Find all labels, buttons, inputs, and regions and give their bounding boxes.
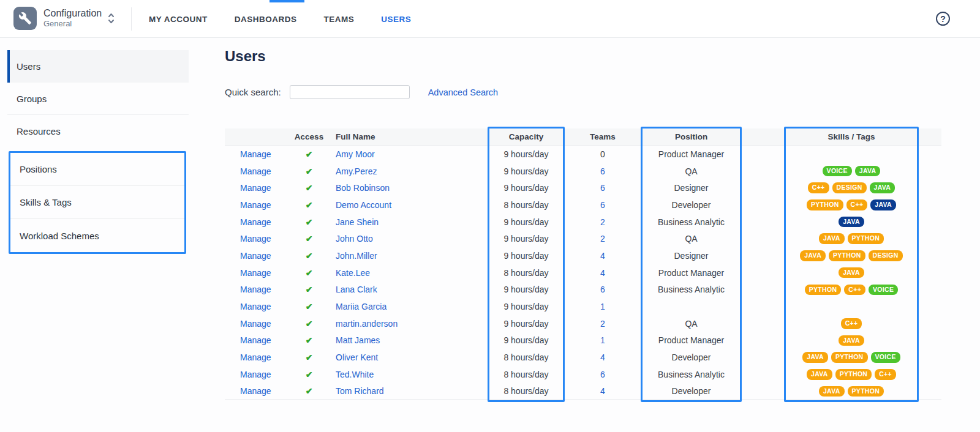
skills-cell: JAVA	[786, 217, 917, 228]
teams-count-link[interactable]: 6	[600, 183, 605, 193]
nav-item-teams[interactable]: TEAMS	[324, 15, 355, 24]
full-name-cell: Lana Clark	[326, 285, 489, 294]
user-name-link[interactable]: Amy Moor	[336, 149, 375, 159]
skill-tag: PYTHON	[835, 369, 872, 380]
teams-cell: 6	[563, 370, 643, 379]
access-check-icon: ✔	[306, 183, 313, 193]
user-name-link[interactable]: Oliver Kent	[336, 352, 378, 362]
manage-link[interactable]: Manage	[240, 335, 271, 345]
manage-link[interactable]: Manage	[240, 234, 271, 244]
user-name-link[interactable]: Mariia Garcia	[336, 302, 386, 311]
teams-count-link[interactable]: 4	[600, 268, 605, 278]
app-switcher[interactable]: Configuration General	[13, 7, 115, 30]
capacity-cell: 8 hours/day	[489, 200, 563, 210]
user-name-link[interactable]: Amy.Perez	[336, 166, 377, 176]
sidebar-item-positions[interactable]: Positions	[10, 153, 184, 186]
skill-tag: JAVA	[819, 233, 845, 244]
user-name-link[interactable]: John.Miller	[336, 251, 377, 261]
access-cell: ✔	[292, 234, 326, 244]
teams-count-link[interactable]: 6	[600, 166, 605, 176]
manage-link[interactable]: Manage	[240, 251, 271, 261]
access-cell: ✔	[292, 251, 326, 261]
nav-item-my-account[interactable]: MY ACCOUNT	[149, 15, 208, 24]
skill-tag: PYTHON	[831, 352, 868, 363]
position-cell: Designer	[643, 251, 740, 261]
help-icon[interactable]: ?	[936, 12, 950, 26]
position-cell: QA	[643, 166, 740, 176]
teams-cell: 4	[563, 352, 643, 362]
position-cell: Developer	[643, 386, 740, 396]
skill-tag: PYTHON	[848, 233, 884, 244]
table-row: Manage✔Ted.White8 hours/day6Business Ana…	[225, 366, 941, 383]
user-name-link[interactable]: Jane Shein	[336, 217, 379, 227]
manage-link[interactable]: Manage	[240, 217, 271, 227]
table-row: Manage✔Tom Richard8 hours/day4DeveloperJ…	[225, 383, 941, 400]
full-name-cell: Jane Shein	[326, 217, 489, 227]
access-cell: ✔	[292, 319, 326, 329]
manage-link[interactable]: Manage	[240, 370, 271, 379]
skill-tag: DESIGN	[869, 250, 903, 261]
sidebar-item-resources[interactable]: Resources	[7, 115, 189, 147]
manage-cell: Manage	[225, 251, 292, 261]
position-cell: Product Manager	[643, 149, 740, 159]
teams-count-link[interactable]: 1	[600, 335, 605, 345]
access-cell: ✔	[292, 200, 326, 210]
user-name-link[interactable]: Tom Richard	[336, 386, 384, 396]
capacity-cell: 8 hours/day	[489, 370, 563, 379]
advanced-search-link[interactable]: Advanced Search	[428, 88, 498, 97]
user-name-link[interactable]: martin.anderson	[336, 319, 398, 329]
user-name-link[interactable]: Bob Robinson	[336, 183, 390, 193]
skills-cell: PYTHONC++VOICE	[786, 285, 917, 296]
user-name-link[interactable]: Demo Account	[336, 200, 391, 210]
teams-count-link[interactable]: 1	[600, 302, 605, 311]
manage-link[interactable]: Manage	[240, 183, 271, 193]
nav-item-users[interactable]: USERS	[381, 15, 411, 24]
skill-tag-list: JAVAPYTHON	[786, 386, 917, 397]
manage-link[interactable]: Manage	[240, 268, 271, 278]
position-cell: Business Analytic	[643, 217, 740, 227]
sidebar-list: UsersGroupsResources	[7, 50, 189, 147]
manage-link[interactable]: Manage	[240, 149, 271, 159]
manage-link[interactable]: Manage	[240, 200, 271, 210]
nav-item-dashboards[interactable]: DASHBOARDS	[235, 15, 297, 24]
user-name-link[interactable]: Kate.Lee	[336, 268, 370, 278]
access-cell: ✔	[292, 370, 326, 379]
sidebar-item-workload-schemes[interactable]: Workload Schemes	[10, 219, 184, 252]
user-name-link[interactable]: Ted.White	[336, 370, 374, 379]
top-bar: Configuration General MY ACCOUNTDASHBOAR…	[0, 0, 980, 38]
teams-count-link[interactable]: 2	[600, 234, 605, 244]
teams-cell: 4	[563, 268, 643, 278]
position-cell: Developer	[643, 200, 740, 210]
user-name-link[interactable]: Lana Clark	[336, 285, 377, 294]
user-name-link[interactable]: John Otto	[336, 234, 373, 244]
teams-count-link[interactable]: 2	[600, 217, 605, 227]
manage-cell: Manage	[225, 234, 292, 244]
sidebar-item-users[interactable]: Users	[7, 50, 189, 83]
teams-count-link[interactable]: 4	[600, 386, 605, 396]
manage-link[interactable]: Manage	[240, 352, 271, 362]
chevron-up-down-icon[interactable]	[107, 12, 115, 25]
teams-count-link[interactable]: 6	[600, 285, 605, 294]
teams-count-link[interactable]: 6	[600, 200, 605, 210]
manage-link[interactable]: Manage	[240, 285, 271, 294]
teams-count-link[interactable]: 2	[600, 319, 605, 329]
teams-count-link[interactable]: 6	[600, 370, 605, 379]
manage-link[interactable]: Manage	[240, 386, 271, 396]
table-row: Manage✔Amy Moor9 hours/day0Product Manag…	[225, 146, 941, 163]
sidebar-item-skills-tags[interactable]: Skills & Tags	[10, 186, 184, 219]
teams-count-link[interactable]: 4	[600, 352, 605, 362]
sidebar-item-label: Skills & Tags	[20, 197, 72, 207]
user-name-link[interactable]: Matt James	[336, 335, 380, 345]
sidebar-item-groups[interactable]: Groups	[7, 83, 189, 115]
quick-search-input[interactable]	[290, 85, 410, 99]
access-check-icon: ✔	[306, 251, 313, 261]
manage-link[interactable]: Manage	[240, 302, 271, 311]
manage-link[interactable]: Manage	[240, 166, 271, 176]
skill-tag: JAVA	[807, 369, 832, 380]
teams-cell: 6	[563, 183, 643, 193]
top-nav: MY ACCOUNTDASHBOARDSTEAMSUSERS	[149, 0, 411, 38]
teams-count-link[interactable]: 4	[600, 251, 605, 261]
manage-link[interactable]: Manage	[240, 319, 271, 329]
manage-cell: Manage	[225, 285, 292, 294]
capacity-cell: 9 hours/day	[489, 234, 563, 244]
